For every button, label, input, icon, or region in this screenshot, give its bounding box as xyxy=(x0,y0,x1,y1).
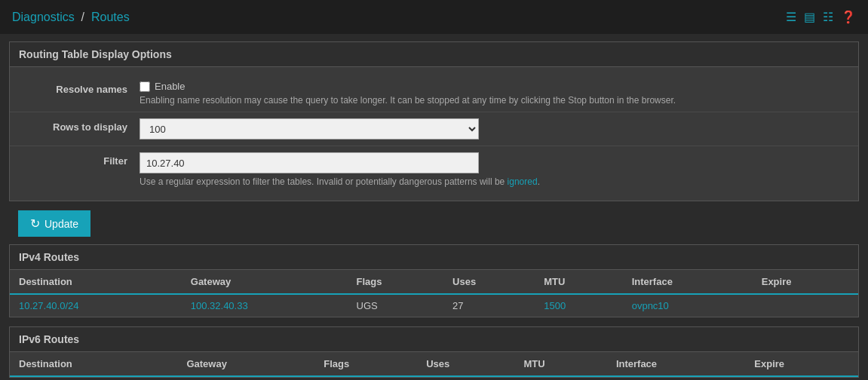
col-gateway: Gateway xyxy=(182,270,348,294)
filter-control: Use a regular expression to filter the t… xyxy=(140,152,849,187)
ipv4-routes-tbody: 10.27.40.0/24 100.32.40.33 UGS 27 1500 o… xyxy=(10,294,858,317)
resolve-names-checkbox-row: Enable xyxy=(140,81,849,92)
col-mtu-v6: MTU xyxy=(514,352,606,376)
rows-to-display-control: 10 50 100 200 500 xyxy=(140,118,849,139)
col-destination: Destination xyxy=(10,270,182,294)
ipv4-routes-thead: Destination Gateway Flags Uses MTU Inter… xyxy=(10,270,858,294)
cell-interface: ovpnc10 xyxy=(623,294,753,317)
col-flags-v6: Flags xyxy=(314,352,417,376)
filter-input[interactable] xyxy=(140,152,479,173)
ipv6-routes-header-row: Destination Gateway Flags Uses MTU Inter… xyxy=(10,352,858,376)
panel-body: Resolve names Enable Enabling name resol… xyxy=(10,67,858,201)
ipv4-routes-section: IPv4 Routes Destination Gateway Flags Us… xyxy=(9,244,859,317)
col-interface: Interface xyxy=(623,270,753,294)
help-icon[interactable]: ❓ xyxy=(841,10,856,24)
resolve-names-checkbox[interactable] xyxy=(140,81,150,92)
ipv4-routes-header-row: Destination Gateway Flags Uses MTU Inter… xyxy=(10,270,858,294)
resolve-names-help: Enabling name resolution may cause the q… xyxy=(140,95,849,106)
cell-gateway: 100.32.40.33 xyxy=(182,294,348,317)
filter-help: Use a regular expression to filter the t… xyxy=(140,176,849,187)
update-button[interactable]: ↻ Update xyxy=(18,210,90,237)
col-destination-v6: Destination xyxy=(10,352,177,376)
cell-expire xyxy=(753,294,858,317)
resolve-names-checkbox-label: Enable xyxy=(155,81,185,92)
ipv6-routes-table: Destination Gateway Flags Uses MTU Inter… xyxy=(10,352,858,377)
page-breadcrumb: Diagnostics / Routes xyxy=(12,11,130,24)
col-interface-v6: Interface xyxy=(607,352,745,376)
chart-icon[interactable]: ▤ xyxy=(804,10,815,24)
col-flags: Flags xyxy=(348,270,444,294)
col-uses-v6: Uses xyxy=(417,352,514,376)
cell-destination: 10.27.40.0/24 xyxy=(10,294,182,317)
rows-to-display-label: Rows to display xyxy=(19,118,140,133)
cell-uses: 27 xyxy=(443,294,535,317)
resolve-names-control: Enable Enabling name resolution may caus… xyxy=(140,81,849,106)
cell-mtu: 1500 xyxy=(535,294,622,317)
col-expire-v6: Expire xyxy=(745,352,858,376)
routing-options-panel: Routing Table Display Options Resolve na… xyxy=(9,41,859,201)
cell-flags: UGS xyxy=(348,294,444,317)
rows-to-display-select[interactable]: 10 50 100 200 500 xyxy=(140,118,479,139)
panel-heading: Routing Table Display Options xyxy=(10,42,858,67)
resolve-names-row: Resolve names Enable Enabling name resol… xyxy=(10,75,858,112)
grid-icon[interactable]: ☷ xyxy=(823,10,833,24)
ipv6-routes-heading: IPv6 Routes xyxy=(10,327,858,352)
list-icon[interactable]: ☰ xyxy=(786,10,796,24)
ipv4-routes-table: Destination Gateway Flags Uses MTU Inter… xyxy=(10,270,858,317)
toolbar-icons: ☰ ▤ ☷ ❓ xyxy=(786,10,856,24)
table-row: 10.27.40.0/24 100.32.40.33 UGS 27 1500 o… xyxy=(10,294,858,317)
breadcrumb-parent: Diagnostics xyxy=(12,11,75,23)
ipv4-routes-heading: IPv4 Routes xyxy=(10,245,858,270)
col-uses: Uses xyxy=(443,270,535,294)
refresh-icon: ↻ xyxy=(30,216,40,231)
update-button-label: Update xyxy=(44,218,78,230)
filter-label: Filter xyxy=(19,152,140,167)
top-bar: Diagnostics / Routes ☰ ▤ ☷ ❓ xyxy=(0,0,868,34)
resolve-names-label: Resolve names xyxy=(19,81,140,95)
col-expire: Expire xyxy=(753,270,858,294)
ipv6-routes-section: IPv6 Routes Destination Gateway Flags Us… xyxy=(9,326,859,378)
breadcrumb-current: Routes xyxy=(91,11,130,23)
rows-to-display-row: Rows to display 10 50 100 200 500 xyxy=(10,112,858,146)
col-gateway-v6: Gateway xyxy=(177,352,314,376)
main-content: Routing Table Display Options Resolve na… xyxy=(0,34,868,380)
filter-row: Filter Use a regular expression to filte… xyxy=(10,146,858,193)
ipv6-routes-thead: Destination Gateway Flags Uses MTU Inter… xyxy=(10,352,858,376)
col-mtu: MTU xyxy=(535,270,622,294)
